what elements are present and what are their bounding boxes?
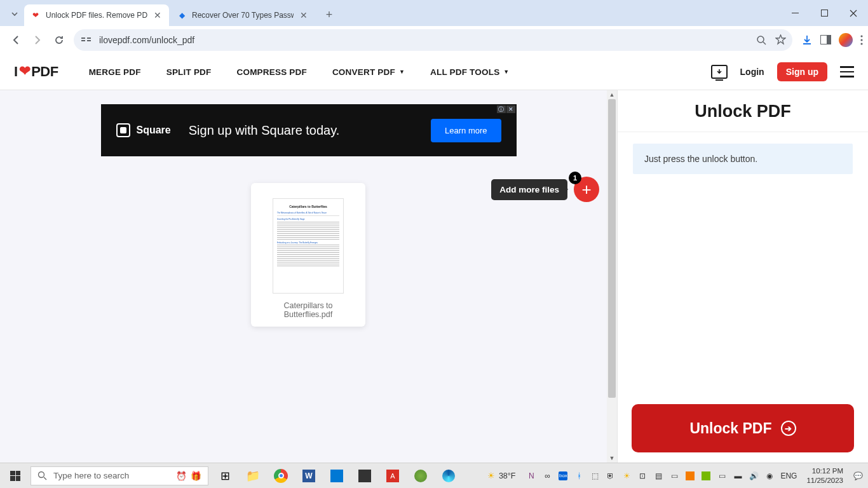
svg-rect-2 xyxy=(81,37,85,39)
clock-app-icon: ⏰ xyxy=(176,471,187,481)
logo-text-i: I xyxy=(14,64,18,80)
svg-point-10 xyxy=(860,39,862,41)
pinned-apps: ⊞ 📁 W A xyxy=(211,463,463,488)
tray-icon[interactable]: ▭ xyxy=(669,471,679,481)
tab-title: Recover Over 70 Types Passwor xyxy=(192,11,294,20)
edge-icon[interactable] xyxy=(435,463,463,488)
acrobat-icon[interactable]: A xyxy=(379,463,407,488)
square-logo-icon xyxy=(116,123,130,137)
tray-icon[interactable]: ⬚ xyxy=(590,471,600,481)
file-card[interactable]: Caterpillars to Butterflies The Metamorp… xyxy=(251,183,365,327)
logo[interactable]: I ❤ PDF xyxy=(14,64,58,80)
scroll-up-icon[interactable]: ▲ xyxy=(607,90,617,99)
file-thumbnail: Caterpillars to Butterflies The Metamorp… xyxy=(273,198,344,294)
tab-recover[interactable]: ◆ Recover Over 70 Types Passwor ✕ xyxy=(170,4,315,26)
start-button[interactable] xyxy=(0,463,31,488)
forward-button[interactable] xyxy=(27,29,48,51)
minimize-button[interactable] xyxy=(780,4,810,23)
bluetooth-icon[interactable]: ᚼ xyxy=(574,471,584,481)
scroll-thumb[interactable] xyxy=(608,99,616,398)
browser-titlebar: ❤ Unlock PDF files. Remove PDF p ✕ ◆ Rec… xyxy=(0,0,868,26)
nav-convert[interactable]: CONVERT PDF▼ xyxy=(332,67,405,77)
add-files: Add more files + 1 xyxy=(491,177,599,202)
site-info-icon[interactable] xyxy=(81,36,93,44)
unlock-label: Unlock PDF xyxy=(689,420,771,437)
side-panel: Unlock PDF Just press the unlock button.… xyxy=(617,90,868,463)
tray-icon[interactable] xyxy=(685,471,695,481)
maximize-button[interactable] xyxy=(810,4,839,23)
tray-icon[interactable]: ☀ xyxy=(621,471,632,481)
files-count-badge: 1 xyxy=(569,172,581,184)
tray-icon[interactable]: ▤ xyxy=(653,471,663,481)
defender-icon[interactable]: ⛨ xyxy=(606,471,616,481)
ad-banner[interactable]: Square Sign up with Square today. Learn … xyxy=(101,104,517,156)
nav-split[interactable]: SPLIT PDF xyxy=(166,67,212,77)
zoom-icon[interactable] xyxy=(756,35,766,45)
menu-icon[interactable] xyxy=(840,66,854,78)
taskbar-search[interactable]: Type here to search ⏰ 🎁 xyxy=(31,466,208,485)
clock[interactable]: 10:12 PM 11/25/2023 xyxy=(803,466,847,485)
plus-icon: + xyxy=(581,180,591,200)
svg-rect-0 xyxy=(792,13,799,13)
tray-icon[interactable]: ▭ xyxy=(717,471,727,481)
svg-rect-1 xyxy=(821,10,827,17)
tray-icon[interactable]: ∞ xyxy=(542,471,552,481)
address-bar[interactable]: ilovepdf.com/unlock_pdf xyxy=(74,29,792,51)
nav-compress[interactable]: COMPRESS PDF xyxy=(237,67,307,77)
onenote-icon[interactable]: N xyxy=(526,471,536,481)
nav-merge[interactable]: MERGE PDF xyxy=(89,67,141,77)
reload-button[interactable] xyxy=(48,29,70,51)
file-explorer-icon[interactable]: 📁 xyxy=(239,463,267,488)
ad-cta-button[interactable]: Learn more xyxy=(431,119,501,142)
weather-temp: 38°F xyxy=(499,471,516,480)
nav-links: MERGE PDF SPLIT PDF COMPRESS PDF CONVERT… xyxy=(89,67,510,77)
login-link[interactable]: Login xyxy=(740,67,764,77)
tab-search-icon[interactable] xyxy=(5,4,24,24)
tab-ilovepdf[interactable]: ❤ Unlock PDF files. Remove PDF p ✕ xyxy=(24,4,169,26)
language-indicator[interactable]: ENG xyxy=(780,471,797,480)
tray-icon[interactable]: ⊡ xyxy=(637,471,648,481)
wifi-icon[interactable]: ◉ xyxy=(764,471,775,481)
photos-icon[interactable] xyxy=(323,463,351,488)
unlock-button[interactable]: Unlock PDF ➔ xyxy=(632,404,854,452)
app-icon[interactable] xyxy=(407,463,435,488)
bookmark-icon[interactable] xyxy=(775,34,786,45)
profile-icon[interactable] xyxy=(839,33,853,47)
ad-choices-icon[interactable]: ⓘ✕ xyxy=(497,105,515,113)
nvidia-icon[interactable] xyxy=(701,471,711,481)
desktop-app-icon[interactable] xyxy=(711,65,728,79)
chrome-icon[interactable] xyxy=(267,463,295,488)
sun-icon: ☀ xyxy=(487,471,495,480)
svg-point-6 xyxy=(757,36,764,43)
task-view-icon[interactable]: ⊞ xyxy=(211,463,239,488)
downloads-icon[interactable] xyxy=(801,34,813,46)
new-tab-button[interactable]: + xyxy=(320,6,338,24)
chrome-menu-icon[interactable] xyxy=(860,35,863,45)
add-files-tooltip: Add more files xyxy=(491,179,567,200)
thumb-title: Caterpillars to Butterflies xyxy=(277,204,339,209)
box-icon[interactable]: box xyxy=(558,471,568,481)
add-files-button[interactable]: + 1 xyxy=(574,177,599,202)
battery-icon[interactable]: ▬ xyxy=(733,471,743,481)
app-icon[interactable] xyxy=(351,463,379,488)
svg-point-12 xyxy=(39,472,44,478)
search-placeholder: Type here to search xyxy=(53,471,129,480)
volume-icon[interactable]: 🔊 xyxy=(749,471,759,481)
arrow-right-icon: ➔ xyxy=(781,421,796,436)
shield-icon: ◆ xyxy=(177,10,187,20)
logo-text-pdf: PDF xyxy=(31,64,58,80)
scroll-down-icon[interactable]: ▼ xyxy=(607,454,617,463)
notifications-icon[interactable]: 💬 xyxy=(853,471,863,481)
weather-widget[interactable]: ☀ 38°F xyxy=(487,471,516,480)
back-button[interactable] xyxy=(5,29,27,51)
scrollbar[interactable]: ▲ ▼ xyxy=(607,90,617,463)
close-icon[interactable]: ✕ xyxy=(153,10,163,20)
side-panel-icon[interactable] xyxy=(820,35,831,44)
word-icon[interactable]: W xyxy=(295,463,323,488)
close-window-button[interactable] xyxy=(839,4,868,23)
date: 11/25/2023 xyxy=(806,476,843,485)
main-area: Square Sign up with Square today. Learn … xyxy=(0,90,617,463)
nav-all-tools[interactable]: ALL PDF TOOLS▼ xyxy=(430,67,509,77)
signup-button[interactable]: Sign up xyxy=(777,62,827,81)
close-icon[interactable]: ✕ xyxy=(299,10,309,20)
